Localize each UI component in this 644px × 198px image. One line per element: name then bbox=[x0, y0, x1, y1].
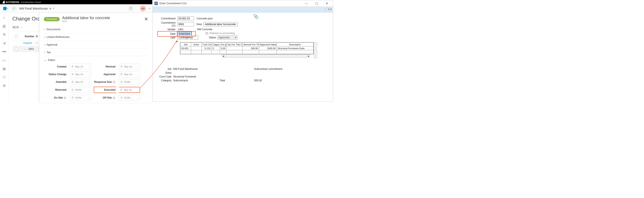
avatar[interactable]: AA bbox=[140, 6, 146, 12]
label-cost-code: Cost Code bbox=[158, 75, 173, 78]
value-job: NW Food Warehouse bbox=[173, 68, 216, 70]
summary-block: Job NW Food Warehouse Subcontract commit… bbox=[158, 68, 328, 82]
col-amount[interactable]: Amount For This Change bbox=[242, 42, 259, 46]
back-button[interactable]: ↶ bbox=[11, 6, 17, 12]
chevron-right-icon: › bbox=[44, 51, 45, 54]
col-category[interactable]: Catgry bbox=[212, 42, 220, 46]
label-total: Total bbox=[216, 79, 254, 82]
panel-title: Additional labor for concrete bbox=[62, 16, 110, 20]
date-status-change[interactable]: 🗓May 16…⌄ bbox=[70, 71, 91, 77]
minimize-button[interactable]: — bbox=[302, 0, 311, 6]
module-switcher[interactable]: ▾ bbox=[2, 6, 9, 12]
window-titlebar: JC Enter Commitment COs — ▢ ✕ bbox=[153, 0, 333, 6]
nav-binoculars-icon[interactable]: 👓 bbox=[2, 49, 7, 54]
grid-row[interactable]: 03-001 3-110 S 0.00 500.00 1500.00 Struc… bbox=[180, 46, 314, 50]
commitment-input[interactable] bbox=[178, 16, 194, 21]
label-job: Job bbox=[158, 68, 173, 70]
row-checkbox[interactable] bbox=[15, 48, 18, 50]
date-on-site[interactable]: 🗓DD/M…⌄ bbox=[70, 95, 91, 101]
label-returned: Returned bbox=[48, 88, 67, 91]
type-input[interactable] bbox=[178, 35, 198, 40]
col-job[interactable]: Job bbox=[180, 42, 191, 46]
col-description[interactable]: Description bbox=[277, 42, 314, 46]
attachment-icon[interactable]: 📎 bbox=[253, 14, 259, 19]
nav-budget-icon[interactable]: ▥ bbox=[2, 24, 7, 28]
date-response-due[interactable]: 🗓DD/M…⌄ bbox=[119, 79, 140, 85]
label-status: Status bbox=[209, 36, 216, 39]
desc-input[interactable] bbox=[204, 22, 238, 26]
section-approval[interactable]: ›Approval bbox=[44, 41, 148, 48]
column-number[interactable]: Number ⚙ bbox=[25, 35, 38, 38]
col-extra[interactable]: Extra bbox=[191, 42, 202, 46]
date-off-site[interactable]: 🗓DD/M…⌄ bbox=[119, 95, 140, 101]
info-icon: i bbox=[113, 81, 116, 84]
nav-members-icon[interactable]: ⚇ bbox=[2, 74, 7, 80]
vendor-id: 1401 bbox=[178, 28, 194, 31]
nav-settings-icon[interactable]: ⚙ bbox=[2, 83, 7, 88]
label-revised: Revised bbox=[94, 65, 116, 68]
date-created[interactable]: 🗓May 16…⌄ bbox=[70, 64, 91, 70]
expand-link[interactable]: Expand bbox=[24, 42, 32, 44]
date-revised[interactable]: 🗓May 16…⌄ bbox=[119, 64, 140, 70]
brand-autodesk: AUTODESK bbox=[6, 1, 20, 4]
section-dates[interactable]: ⌄Dates bbox=[44, 56, 148, 64]
release-accounting-checkbox bbox=[206, 32, 208, 35]
date-executed[interactable]: 🗓May 16…⌄ bbox=[119, 87, 140, 93]
nav-file-icon[interactable]: ▭ bbox=[2, 58, 7, 62]
close-button[interactable]: ✕ bbox=[323, 0, 331, 6]
label-on-site: On Sitei bbox=[48, 96, 67, 99]
row-number: 0001 bbox=[28, 48, 34, 50]
nav-contracts-icon[interactable]: ⧉ bbox=[2, 32, 7, 37]
status-badge: Executed bbox=[44, 17, 60, 21]
commitment-co-input[interactable] bbox=[178, 22, 194, 26]
label-executed: Executed bbox=[94, 87, 116, 93]
nav-home-icon[interactable]: ⌂ bbox=[2, 15, 7, 20]
ribbon-bar: ⋮ ↖? bbox=[153, 6, 333, 12]
panel-subtitle: SCO bbox=[62, 20, 110, 22]
col-approved[interactable]: Approved Value To Date bbox=[259, 42, 277, 46]
ribbon-grip-icon[interactable]: ⋮ bbox=[324, 8, 326, 11]
date-returned[interactable]: 🗓DD/M…⌄ bbox=[70, 87, 91, 93]
acc-header: ▾ ↶ NW Food Warehouse ⊕ ▾ ? AA ▾ bbox=[0, 4, 152, 13]
line-items-grid[interactable]: Job Extra Cost Code Catgry For ge Tax Fo… bbox=[180, 42, 314, 54]
nav-clipboard-icon[interactable]: ▤ bbox=[2, 66, 7, 71]
date-awarded[interactable]: 🗓May 16…⌄ bbox=[70, 79, 91, 85]
status-combo[interactable]: Approved▾ bbox=[218, 35, 238, 40]
col-for[interactable]: For ge bbox=[220, 42, 226, 46]
chevron-right-icon: › bbox=[44, 35, 45, 38]
acc-brand-bar: AUTODESK Construction Cloud bbox=[0, 0, 152, 4]
horizontal-scrollbar[interactable]: ◄ ► bbox=[222, 54, 310, 58]
label-date: Date bbox=[158, 32, 176, 35]
gear-icon[interactable]: ⚙ bbox=[36, 35, 38, 38]
chevron-right-icon[interactable]: › bbox=[25, 48, 26, 50]
context-help-icon[interactable]: ↖? bbox=[328, 8, 332, 11]
label-vendor: Vendor bbox=[158, 28, 176, 31]
section-documents[interactable]: ›Documents bbox=[44, 26, 148, 33]
select-all-checkbox[interactable] bbox=[15, 35, 18, 38]
label-commitment: Commitment bbox=[158, 17, 176, 20]
label-awarded: Awarded bbox=[48, 80, 67, 84]
section-tax[interactable]: ›Tax bbox=[44, 48, 148, 56]
col-cost-code[interactable]: Cost Code bbox=[202, 42, 212, 46]
section-linked-references[interactable]: ›Linked References bbox=[44, 33, 148, 41]
collapse-link[interactable]: C bbox=[36, 42, 38, 44]
help-icon[interactable]: ? bbox=[128, 6, 134, 11]
date-approved[interactable]: 🗓May 16…⌄ bbox=[119, 71, 140, 77]
nav-change-orders-icon[interactable]: ⇲ bbox=[2, 40, 7, 46]
project-picker[interactable]: NW Food Warehouse ⊕ ▾ bbox=[19, 7, 54, 10]
grid-row-empty[interactable] bbox=[180, 50, 314, 54]
label-off-site: Off Sitei bbox=[94, 96, 116, 99]
commitment-co-window: JC Enter Commitment COs — ▢ ✕ ⋮ ↖? 📎 Com… bbox=[152, 0, 333, 102]
col-tax[interactable]: Tax For This Change bbox=[226, 42, 242, 46]
window-title: Enter Commitment COs bbox=[160, 2, 186, 5]
vertical-scrollbar[interactable] bbox=[314, 42, 317, 58]
sco-detail-panel: Executed Additional labor for concrete S… bbox=[40, 13, 152, 102]
scroll-right-icon: ► bbox=[308, 55, 310, 57]
maximize-button[interactable]: ▢ bbox=[312, 0, 321, 6]
commitment-form: 📎 Commitment Concrete pour Commitment CO… bbox=[153, 12, 333, 82]
brand-sub: Construction Cloud bbox=[21, 1, 41, 4]
label-extra: Extra bbox=[158, 71, 173, 74]
close-icon[interactable]: ✕ bbox=[144, 17, 148, 22]
acc-app: AUTODESK Construction Cloud ▾ ↶ NW Food … bbox=[0, 0, 152, 102]
label-created: Created bbox=[48, 65, 67, 68]
